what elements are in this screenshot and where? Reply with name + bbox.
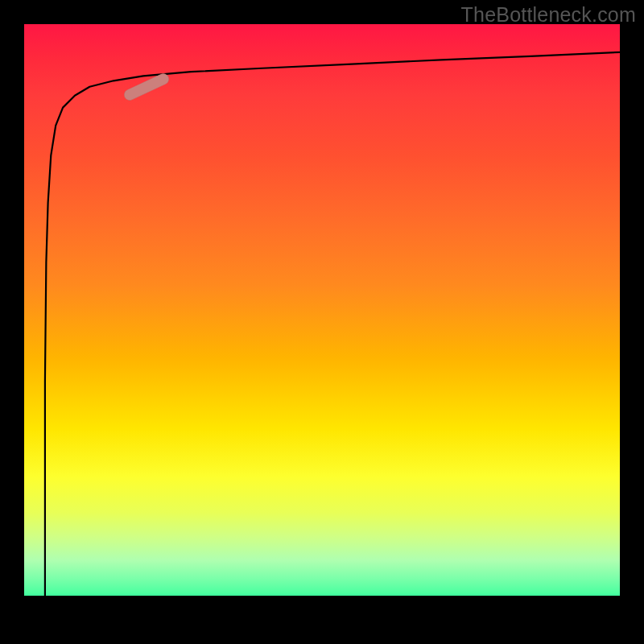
watermark-text: TheBottleneck.com [461, 3, 636, 27]
plot-area [24, 24, 620, 620]
x-axis [24, 596, 620, 620]
y-axis [0, 0, 24, 644]
chart-stage: TheBottleneck.com [0, 0, 644, 644]
